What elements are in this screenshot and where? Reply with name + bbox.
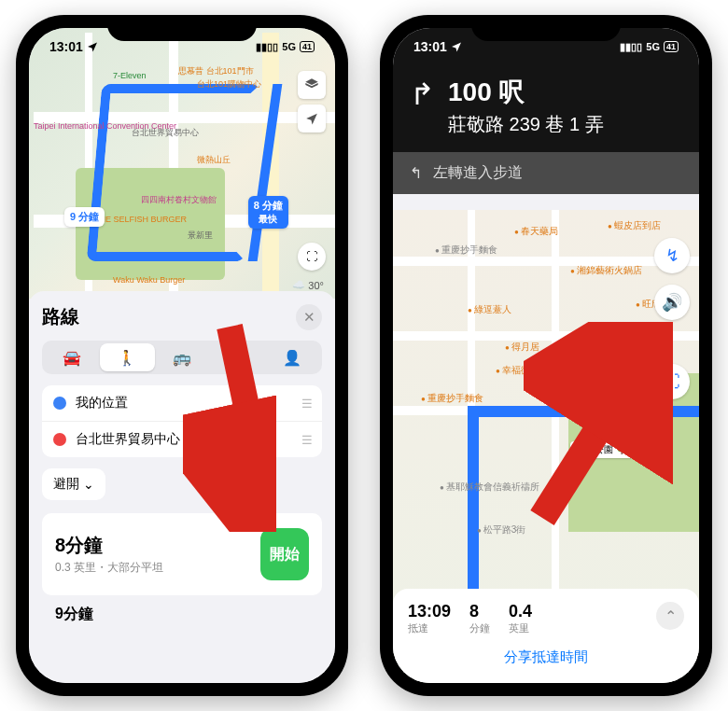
chevron-up-icon: ⌃: [665, 607, 677, 625]
poi-church: 基耶穌教會信義祈禱所: [440, 481, 539, 494]
phone-right: 13:01 ▮▮▯▯ 5G 41 ↱ 100 呎 莊敬路 239 巷 1 弄 ↰…: [380, 15, 712, 696]
route1-sub: 0.3 英里・大部分平坦: [55, 560, 163, 576]
poi-pharma: 春天藥局: [514, 225, 558, 238]
park-pin-label: 景新公園: [576, 444, 613, 454]
poi-love: 綠逗薏人: [468, 303, 511, 316]
signal-icon: ▮▮▯▯: [256, 41, 278, 53]
locations-card: 我的位置 ☰ 台北世界貿易中心 ☰: [42, 385, 322, 457]
battery-icon: 41: [300, 41, 315, 52]
route-map[interactable]: 7-Eleven 思慕昔 台北101門市 台北101購物中心 Taipei In…: [29, 28, 335, 299]
notch: [471, 15, 621, 41]
share-eta-button[interactable]: 分享抵達時間: [408, 648, 684, 666]
poi-area: 景新里: [188, 230, 213, 242]
route-overview-icon: ↯: [665, 245, 679, 266]
view-3d-icon: ⛶: [306, 250, 317, 263]
audio-button[interactable]: 🔊: [654, 285, 690, 320]
poi-trade: 台北世界貿易中心: [132, 127, 199, 139]
poi-waku: Waku Waku Burger: [113, 275, 185, 285]
from-row[interactable]: 我的位置 ☰: [42, 385, 322, 421]
poi-street: 重慶抄手麵食: [435, 244, 497, 257]
view-3d-icon: ⛶: [664, 372, 680, 392]
close-icon: ✕: [303, 309, 315, 326]
phone-left: 13:01 ▮▮▯▯ 5G 41 7-Eleven 思慕昔 台北101門市 台北…: [16, 15, 348, 696]
nav-distance: 100 呎: [448, 75, 604, 110]
cycle-icon: 🚲: [228, 349, 246, 367]
label-street3: 松平路3街: [477, 523, 525, 537]
locate-icon: [305, 112, 318, 125]
from-dot-icon: [53, 397, 66, 410]
poi-bakery: 幸福微甜手做 diy 烘焙屋: [496, 364, 603, 377]
mode-cycle[interactable]: 🚲: [209, 343, 264, 371]
poi-101: 台北101購物中心: [197, 78, 261, 91]
close-button[interactable]: ✕: [296, 304, 322, 330]
poi-mushroom: 微熱山丘: [197, 154, 231, 166]
route-overview-button[interactable]: ↯: [654, 238, 690, 273]
view-3d-button[interactable]: ⛶: [298, 243, 326, 271]
nav-bottom-sheet[interactable]: 13:09 抵達 8 分鐘 0.4 英里 ⌃ 分享抵達時間: [393, 589, 699, 683]
car-icon: 🚘: [63, 349, 81, 367]
map-layers-button[interactable]: [298, 71, 326, 99]
eta-label: 抵達: [408, 621, 451, 635]
route-line-alt: [87, 84, 261, 261]
battery-icon: 41: [664, 41, 679, 52]
expand-button[interactable]: ⌃: [656, 602, 684, 630]
go-button[interactable]: 開始: [260, 528, 309, 580]
sheet-title: 路線: [42, 304, 322, 329]
stat-eta: 13:09 抵達: [408, 602, 451, 635]
stat-distance: 0.4 英里: [509, 602, 532, 635]
layers-icon: [304, 77, 319, 92]
weather-temp: 30°: [308, 280, 324, 291]
transit-icon: 🚌: [173, 349, 191, 367]
poi-hotpot: 湘錦藝術火鍋店: [570, 264, 642, 277]
to-dot-icon: [53, 433, 66, 446]
mode-walk[interactable]: 🚶: [100, 343, 155, 371]
eta-value: 13:09: [408, 602, 451, 621]
turn-right-icon: ↱: [410, 77, 435, 112]
trip-stats: 13:09 抵達 8 分鐘 0.4 英里 ⌃: [408, 602, 684, 635]
signal-icon: ▮▮▯▯: [620, 41, 642, 53]
park-pin[interactable]: 景新公園 🌳: [570, 441, 633, 458]
view-3d-button[interactable]: ⛶: [654, 364, 690, 399]
dist-value: 0.4: [509, 602, 532, 621]
stat-minutes: 8 分鐘: [469, 602, 490, 635]
poi-noodle: 重慶抄手麵食: [421, 392, 483, 405]
transport-mode-picker: 🚘 🚶 🚌 🚲 👤: [42, 341, 322, 374]
poi-museum: 四四南村眷村文物館: [141, 194, 217, 206]
poi-vet: 豐德動物醫院: [561, 341, 623, 354]
from-label: 我的位置: [76, 395, 128, 411]
route-line-h: [468, 406, 699, 417]
route-line-v: [468, 406, 479, 592]
reorder-handle-icon[interactable]: ☰: [301, 397, 311, 411]
status-network: 5G: [282, 41, 296, 52]
route-option-1[interactable]: 8分鐘 0.3 英里・大部分平坦 開始: [42, 513, 322, 595]
status-network: 5G: [646, 41, 660, 52]
route-bubble-alt[interactable]: 9 分鐘: [64, 207, 105, 227]
turn-left-icon: ↰: [410, 164, 422, 182]
dist-label: 英里: [509, 621, 532, 635]
route-sheet: 路線 ✕ 🚘 🚶 🚌 🚲 👤 我的位置 ☰ 台北世界貿易中心: [29, 291, 335, 683]
share-eta-label: 分享抵達時間: [504, 648, 588, 664]
poi-sisi: 思慕昔 台北101門市: [178, 65, 254, 77]
reorder-handle-icon[interactable]: ☰: [301, 433, 311, 447]
mode-rideshare[interactable]: 👤: [264, 343, 319, 371]
label-street239: 莊敬路239: [608, 393, 658, 406]
screen-left: 13:01 ▮▮▯▯ 5G 41 7-Eleven 思慕昔 台北101門市 台北…: [29, 28, 335, 683]
poi-moon: 得月居: [505, 341, 539, 354]
to-row[interactable]: 台北世界貿易中心 ☰: [42, 421, 322, 457]
route-bubble-fastest[interactable]: 8 分鐘 最快: [248, 196, 288, 229]
notch: [107, 15, 257, 41]
poi-7eleven: 7-Eleven: [113, 71, 147, 80]
nav-next-step[interactable]: ↰ 左轉進入步道: [393, 152, 699, 194]
location-arrow-icon: [451, 41, 462, 52]
locate-button[interactable]: [298, 105, 326, 132]
status-time: 13:01: [413, 39, 447, 54]
poi-shrimp: 蝦皮店到店: [608, 219, 661, 232]
avoid-button[interactable]: 避開 ⌄: [42, 468, 105, 500]
mode-car[interactable]: 🚘: [45, 343, 100, 371]
speaker-icon: 🔊: [662, 292, 682, 313]
route-option-2-time[interactable]: 9分鐘: [42, 605, 322, 624]
route1-time: 8分鐘: [55, 533, 163, 558]
min-value: 8: [469, 602, 490, 621]
mode-transit[interactable]: 🚌: [155, 343, 210, 371]
chevron-down-icon: ⌄: [83, 477, 94, 492]
